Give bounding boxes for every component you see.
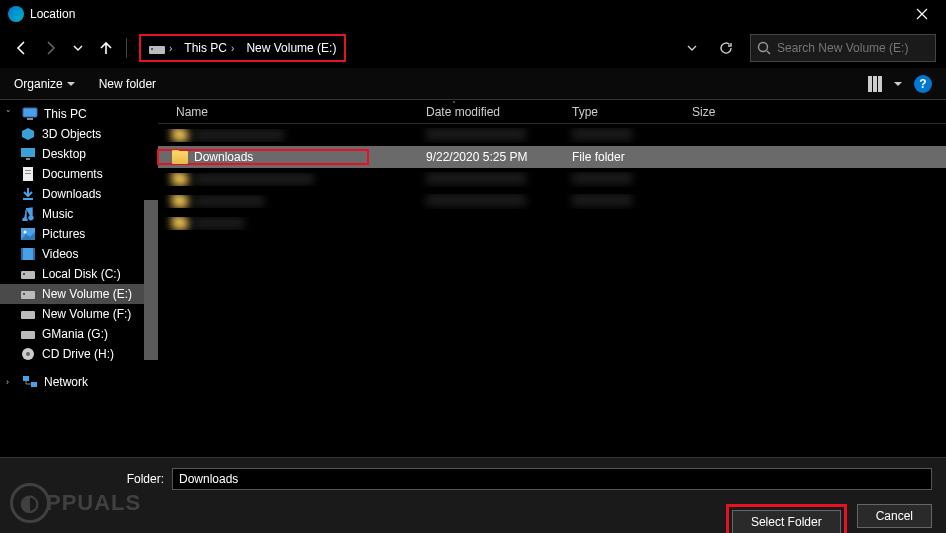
svg-rect-20 xyxy=(21,311,35,319)
tree-desktop[interactable]: Desktop xyxy=(0,144,158,164)
folder-icon xyxy=(172,151,188,164)
main-area: ˅ This PC 3D Objects Desktop Documents D… xyxy=(0,100,946,460)
separator xyxy=(126,38,127,58)
refresh-button[interactable] xyxy=(714,36,738,60)
svg-rect-13 xyxy=(21,248,35,260)
close-button[interactable] xyxy=(906,0,938,28)
title-bar: Location xyxy=(0,0,946,28)
folder-label: Folder: xyxy=(14,472,164,486)
nav-bar: › This PC› New Volume (E:) xyxy=(0,28,946,68)
svg-rect-6 xyxy=(26,158,30,160)
file-type: File folder xyxy=(564,150,684,164)
svg-rect-4 xyxy=(27,118,33,120)
sort-indicator-icon: ˄ xyxy=(452,100,456,109)
address-highlight: › This PC› New Volume (E:) xyxy=(139,34,346,62)
tree-new-volume-e[interactable]: New Volume (E:) xyxy=(0,284,158,304)
svg-rect-19 xyxy=(23,293,25,295)
svg-point-12 xyxy=(24,231,27,234)
command-bar: Organize New folder ? xyxy=(0,68,946,100)
list-item[interactable] xyxy=(158,190,946,212)
tree-local-disk-c[interactable]: Local Disk (C:) xyxy=(0,264,158,284)
col-name[interactable]: Name xyxy=(158,105,418,119)
svg-rect-9 xyxy=(25,173,31,174)
svg-rect-10 xyxy=(23,198,33,200)
select-folder-button[interactable]: Select Folder xyxy=(732,510,841,533)
tree-gmania-g[interactable]: GMania (G:) xyxy=(0,324,158,344)
window-title: Location xyxy=(30,7,75,21)
col-size[interactable]: Size xyxy=(684,105,784,119)
new-folder-button[interactable]: New folder xyxy=(99,77,156,91)
svg-rect-1 xyxy=(151,48,153,50)
view-button[interactable] xyxy=(868,76,902,92)
tree-music[interactable]: Music xyxy=(0,204,158,224)
tree-downloads[interactable]: Downloads xyxy=(0,184,158,204)
svg-rect-14 xyxy=(21,248,23,260)
address-dropdown[interactable] xyxy=(680,36,704,60)
tree-3d-objects[interactable]: 3D Objects xyxy=(0,124,158,144)
svg-point-23 xyxy=(26,352,30,356)
col-date[interactable]: Date modified xyxy=(418,105,564,119)
crumb-this-pc[interactable]: This PC› xyxy=(178,41,240,55)
file-date: 9/22/2020 5:25 PM xyxy=(418,150,564,164)
col-type[interactable]: Type xyxy=(564,105,684,119)
file-list[interactable]: Name Date modified Type Size ˄ Downloads… xyxy=(158,100,946,460)
address-bar[interactable]: › This PC› New Volume (E:) xyxy=(139,34,746,62)
tree-new-volume-f[interactable]: New Volume (F:) xyxy=(0,304,158,324)
svg-rect-17 xyxy=(23,273,25,275)
svg-rect-24 xyxy=(23,376,29,381)
tree-pictures[interactable]: Pictures xyxy=(0,224,158,244)
column-headers[interactable]: Name Date modified Type Size ˄ xyxy=(158,100,946,124)
file-name: Downloads xyxy=(194,150,253,164)
list-item[interactable] xyxy=(158,212,946,234)
svg-point-2 xyxy=(759,43,768,52)
crumb-drive-icon[interactable]: › xyxy=(143,42,178,54)
crumb-current[interactable]: New Volume (E:) xyxy=(240,41,342,55)
nav-tree[interactable]: ˅ This PC 3D Objects Desktop Documents D… xyxy=(0,100,158,460)
select-folder-highlight: Select Folder xyxy=(726,504,847,533)
search-box[interactable] xyxy=(750,34,936,62)
search-input[interactable] xyxy=(777,41,929,55)
back-button[interactable] xyxy=(10,36,34,60)
organize-button[interactable]: Organize xyxy=(14,77,75,91)
tree-network[interactable]: › Network xyxy=(0,372,158,392)
forward-button[interactable] xyxy=(38,36,62,60)
tree-documents[interactable]: Documents xyxy=(0,164,158,184)
search-icon xyxy=(757,41,771,55)
recent-locations-button[interactable] xyxy=(66,36,90,60)
tree-this-pc[interactable]: ˅ This PC xyxy=(0,104,158,124)
up-button[interactable] xyxy=(94,36,118,60)
svg-rect-25 xyxy=(31,382,37,387)
svg-rect-21 xyxy=(21,331,35,339)
svg-rect-3 xyxy=(23,108,37,117)
list-item[interactable] xyxy=(158,168,946,190)
svg-rect-8 xyxy=(25,170,31,171)
folder-name-input[interactable] xyxy=(172,468,932,490)
list-item-downloads[interactable]: Downloads 9/22/2020 5:25 PM File folder xyxy=(158,146,946,168)
help-button[interactable]: ? xyxy=(914,75,932,93)
footer-panel: Folder: Select Folder Cancel xyxy=(0,457,946,533)
tree-videos[interactable]: Videos xyxy=(0,244,158,264)
cancel-button[interactable]: Cancel xyxy=(857,504,932,528)
tree-scrollbar[interactable] xyxy=(144,200,158,360)
svg-rect-5 xyxy=(21,148,35,157)
list-item[interactable] xyxy=(158,124,946,146)
edge-icon xyxy=(8,6,24,22)
tree-cd-drive-h[interactable]: CD Drive (H:) xyxy=(0,344,158,364)
svg-rect-15 xyxy=(33,248,35,260)
